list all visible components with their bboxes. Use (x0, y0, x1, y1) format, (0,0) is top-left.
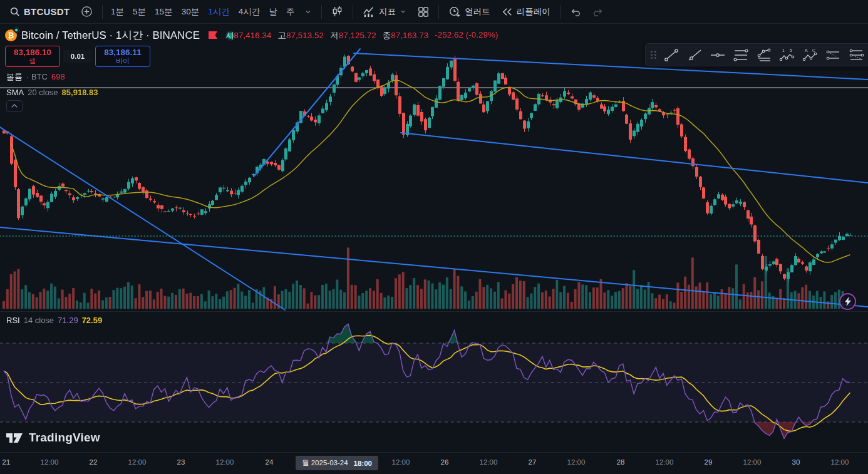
rsi-ma-value: 72.59 (82, 316, 103, 325)
time-tick: 12:00 (567, 458, 586, 466)
elliott-correction-tool-button[interactable]: A C (798, 45, 822, 64)
horizontal-line-icon (710, 48, 726, 63)
svg-text:5: 5 (790, 48, 792, 53)
time-tick: 26 (441, 458, 449, 466)
layout-grid-button[interactable] (412, 3, 435, 21)
sma-legend[interactable]: SMA 20 close 85,918.83 (6, 88, 98, 97)
indicators-button[interactable]: 지표 (357, 3, 412, 21)
chevron-up-icon (11, 103, 18, 109)
tradingview-mark-icon (6, 431, 24, 445)
crosshair-time: 18:00 (354, 460, 372, 467)
redo-icon (592, 7, 604, 17)
pitchfork-tool-button[interactable] (752, 45, 775, 64)
interval-button-주[interactable]: 주 (282, 3, 299, 21)
indicators-icon (363, 6, 375, 18)
elliott-impulse-wave-icon: 1 5 (779, 48, 795, 63)
replay-button[interactable]: 리플레이 (496, 3, 556, 21)
crosshair-date-label: 월 2025-03-24 18:00 (296, 456, 378, 470)
time-tick: 12:00 (216, 458, 234, 466)
volume-legend[interactable]: 볼륨 · BTC 698 (6, 71, 65, 83)
fib-retracement-icon (733, 48, 749, 63)
time-tick: 12:00 (480, 458, 498, 466)
interval-button-4시간[interactable]: 4시간 (234, 3, 265, 21)
fib-retracement-tool-button[interactable] (729, 45, 752, 64)
buy-label: 바이 (96, 57, 150, 65)
parallel-channel-tool-button[interactable] (822, 45, 845, 64)
volume-sub-label: · BTC (26, 72, 48, 81)
time-axis[interactable]: 월 2025-03-24 18:00 2112:002212:002312:00… (0, 452, 868, 474)
rsi-legend[interactable]: RSI 14 close 71.29 72.59 (6, 316, 102, 325)
chevron-down-icon (400, 8, 406, 15)
trend-line-tool-button[interactable] (659, 45, 683, 64)
interval-button-1시간[interactable]: 1시간 (204, 3, 234, 21)
ray-icon (686, 48, 703, 63)
tradingview-logo[interactable]: TradingView (6, 431, 100, 445)
interval-button-1분[interactable]: 1분 (106, 3, 128, 21)
high-value: 87,513.52 (286, 31, 324, 40)
crosshair-day-date: 월 2025-03-24 (302, 458, 348, 468)
time-tick: 12:00 (41, 458, 59, 466)
indicators-label: 지표 (379, 6, 396, 18)
buy-button[interactable]: 83,186.11 바이 (95, 46, 150, 67)
horizontal-line-tool-button[interactable] (706, 45, 729, 64)
time-tick: 12:00 (743, 458, 762, 466)
instant-order-button[interactable] (839, 293, 856, 310)
toolbar-divider (102, 5, 103, 19)
undo-button[interactable] (564, 3, 587, 21)
elliott-impulse-tool-button[interactable]: 1 5 (775, 45, 798, 64)
parallel-channel-icon (825, 48, 842, 63)
close-value: 87,163.73 (391, 31, 428, 40)
toolbar-divider (560, 5, 561, 19)
sell-price: 83,186.10 (6, 48, 59, 58)
svg-text:C: C (812, 48, 815, 53)
time-tick: 12:00 (656, 458, 674, 466)
interval-button-날[interactable]: 날 (264, 3, 282, 21)
sma-params: 20 close (28, 88, 58, 97)
open-label: 시 (225, 31, 234, 40)
redo-button[interactable] (587, 3, 609, 21)
lightning-icon (844, 297, 852, 306)
time-tick: 27 (529, 458, 537, 466)
alert-button[interactable]: 얼러트 (443, 3, 496, 21)
sell-button[interactable]: 83,186.10 셀 (5, 46, 60, 67)
chart-style-button[interactable] (326, 3, 349, 21)
low-value: 87,125.72 (339, 31, 376, 40)
legend-collapse-button[interactable] (6, 100, 23, 112)
rsi-pane-canvas[interactable] (0, 311, 868, 452)
flag-icon[interactable] (208, 31, 218, 40)
open-value: 87,416.34 (234, 31, 272, 40)
symbol-search-button[interactable]: BTCUSDT (4, 3, 75, 21)
pane-separator[interactable] (0, 311, 868, 312)
interval-button-group: 1분5분15분30분1시간4시간날주 (106, 3, 299, 21)
alert-label: 얼러트 (465, 6, 490, 18)
drag-handle[interactable] (648, 51, 659, 59)
time-tick: 12:00 (392, 458, 410, 466)
time-tick: 24 (266, 458, 274, 466)
replay-label: 리플레이 (517, 6, 550, 18)
time-tick: 29 (705, 458, 713, 466)
symbol-legend[interactable]: ₿ Bitcoin / TetherUS · 1시간 · BINANCE (5, 28, 234, 43)
spread-value: 0.01 (63, 50, 92, 63)
alert-clock-icon (448, 6, 461, 18)
tradingview-wordmark: TradingView (29, 431, 100, 445)
buy-price: 83,186.11 (96, 48, 150, 58)
time-tick: 22 (90, 458, 98, 466)
regression-trend-tool-button[interactable] (845, 45, 868, 64)
interval-button-15분[interactable]: 15분 (150, 3, 177, 21)
toolbar-divider (438, 5, 439, 19)
interval-more-button[interactable] (299, 3, 318, 21)
bitcoin-logo-icon: ₿ (5, 29, 17, 41)
time-tick: 28 (617, 458, 625, 466)
high-label: 고 (278, 31, 287, 40)
interval-button-5분[interactable]: 5분 (128, 3, 150, 21)
time-tick: 23 (177, 458, 185, 466)
volume-value: 698 (51, 72, 65, 81)
toolbar-divider (353, 5, 353, 19)
ray-tool-button[interactable] (683, 45, 706, 64)
time-tick: 12:00 (831, 458, 849, 466)
replay-rewind-icon (502, 7, 513, 17)
interval-button-30분[interactable]: 30분 (177, 3, 204, 21)
compare-add-button[interactable] (75, 3, 98, 21)
drawing-toolbar: 1 5 A C (645, 43, 868, 66)
change-value: -252.62 (-0.29%) (435, 30, 498, 41)
